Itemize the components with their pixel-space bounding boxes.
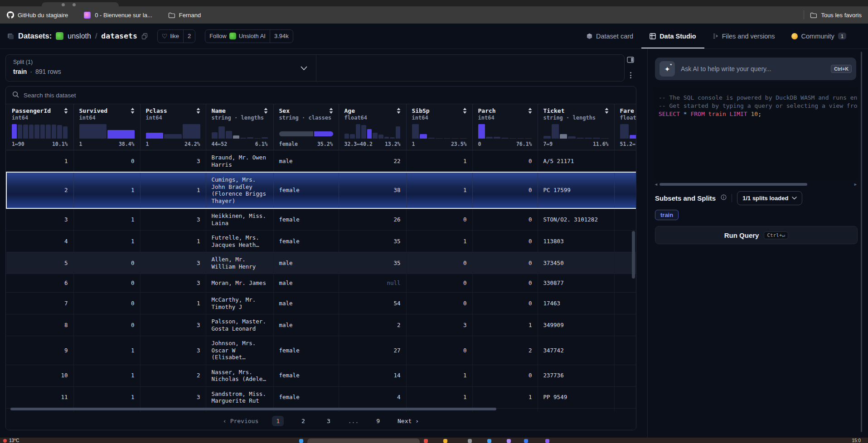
like-button[interactable]: ♡like 2 (157, 29, 195, 43)
histogram-bar[interactable] (356, 124, 361, 139)
histogram-bar[interactable] (63, 126, 68, 139)
column-header-passengerid[interactable]: PassengerIdint641↔9010.1% (6, 104, 73, 150)
sort-icon[interactable] (196, 108, 200, 114)
taskbar-app-icon[interactable] (507, 439, 511, 443)
histogram-bar[interactable] (543, 136, 551, 139)
histogram-bar[interactable] (183, 124, 200, 139)
histogram-bar[interactable] (412, 124, 419, 139)
next-page-button[interactable]: Next› (398, 418, 419, 424)
histogram-bar[interactable] (593, 138, 600, 139)
table-row[interactable]: 913Johnson, Mrs. Oscar W (Elisabet…femal… (6, 336, 636, 365)
tab-community[interactable]: Community1 (783, 24, 854, 48)
like-count[interactable]: 2 (183, 30, 195, 43)
histogram-bar[interactable] (12, 124, 17, 139)
histogram-bar[interactable] (29, 125, 34, 139)
histogram-bar[interactable] (262, 137, 268, 139)
histogram-bar[interactable] (18, 125, 23, 139)
page-button-3[interactable]: 3 (323, 416, 335, 426)
histogram-bar[interactable] (367, 129, 372, 139)
histogram-bar[interactable] (79, 124, 107, 139)
all-favorites-button[interactable]: Tous les favoris (810, 11, 862, 19)
page-button-1[interactable]: 1 (272, 416, 284, 426)
histogram-bar[interactable] (233, 135, 239, 139)
histogram-bar[interactable] (620, 124, 629, 139)
histogram-bar[interactable] (517, 138, 524, 139)
histogram-bar[interactable] (436, 138, 443, 139)
table-row[interactable]: 701McCarthy, Mr. Timothy Jmale540017463 (6, 293, 636, 314)
more-options-icon[interactable] (629, 71, 632, 79)
column-header-ticket[interactable]: Ticketstring · lengths7↔911.6% (538, 104, 614, 150)
table-row[interactable]: 603Moran, Mr. Jamesmalenull00330877 (6, 274, 636, 293)
sort-icon[interactable] (329, 108, 333, 114)
histogram-bar[interactable] (560, 134, 567, 139)
histogram-bar[interactable] (552, 124, 559, 139)
taskbar-app-icon[interactable] (424, 439, 428, 443)
scroll-left-icon[interactable]: ◄ (654, 183, 659, 187)
column-header-age[interactable]: Agefloat6432.3↔40.213.2% (339, 104, 406, 150)
histogram-bar[interactable] (212, 132, 218, 139)
histogram-bar[interactable] (52, 125, 57, 139)
sort-icon[interactable] (264, 108, 268, 114)
table-row[interactable]: 313Heikkinen, Miss. Lainafemale2600STON/… (6, 208, 636, 231)
browser-tab[interactable] (42, 2, 119, 6)
histogram-bar[interactable] (585, 138, 592, 139)
histogram-bar[interactable] (420, 134, 427, 139)
histogram-bar[interactable] (57, 125, 62, 139)
horizontal-scrollbar[interactable] (9, 408, 631, 411)
column-header-sex[interactable]: Sexstring · classesfemale35.2% (273, 104, 339, 150)
sort-icon[interactable] (397, 108, 401, 114)
sort-icon[interactable] (605, 108, 609, 114)
histogram-bar[interactable] (107, 130, 135, 139)
org-avatar[interactable] (56, 32, 63, 40)
histogram-bar[interactable] (373, 133, 378, 139)
weather-widget[interactable]: 13°C (3, 438, 19, 443)
histogram-bar[interactable] (390, 137, 395, 139)
histogram-bar[interactable] (451, 138, 459, 139)
page-button-9[interactable]: 9 (372, 416, 384, 426)
sort-icon[interactable] (131, 108, 135, 114)
histogram-bar[interactable] (396, 126, 401, 139)
follower-count[interactable]: 3.94k (270, 30, 293, 43)
dataset-search[interactable]: Search this dataset (6, 87, 636, 104)
column-header-name[interactable]: Namestring · lengths44↔526.1% (206, 104, 273, 150)
table-row[interactable]: 803Palsson, Master. Gosta Leonardmale231… (6, 314, 636, 336)
sort-icon[interactable] (64, 108, 68, 114)
sort-icon[interactable] (528, 108, 532, 114)
sort-icon[interactable] (463, 108, 467, 114)
histogram-bar[interactable] (254, 138, 261, 139)
taskbar-app-icon[interactable] (524, 439, 528, 443)
histogram-bar[interactable] (525, 138, 532, 139)
histogram-bar[interactable] (568, 136, 575, 139)
histogram-bar[interactable] (344, 134, 349, 139)
previous-page-button[interactable]: ‹Previous (223, 418, 258, 424)
histogram-bar[interactable] (384, 137, 389, 139)
train-split-chip[interactable]: train (655, 210, 679, 220)
histogram-bar[interactable] (601, 138, 608, 139)
table-row[interactable]: 411Futrelle, Mrs. Jacques Heath…female35… (6, 231, 636, 252)
copy-icon[interactable] (141, 33, 148, 39)
histogram-bar[interactable] (378, 135, 383, 139)
toggle-panel-icon[interactable] (627, 56, 634, 65)
column-header-survived[interactable]: Survivedint64138.4% (73, 104, 140, 150)
histogram-bar[interactable] (361, 125, 366, 139)
taskbar-app-icon[interactable] (443, 439, 447, 443)
repo-name-link[interactable]: datasets (101, 32, 137, 40)
histogram-bar[interactable] (478, 124, 485, 139)
vertical-scrollbar[interactable] (632, 169, 635, 411)
histogram-bar[interactable] (247, 137, 253, 139)
histogram-bar[interactable] (577, 138, 584, 139)
sql-editor[interactable]: -- The SQL console is powered by DuckDB … (654, 88, 858, 179)
histogram-bar[interactable] (350, 134, 355, 139)
column-header-sibsp[interactable]: SibSpint64123.5% (406, 104, 472, 150)
histogram-bar[interactable] (240, 138, 247, 139)
column-header-parch[interactable]: Parchint64076.1% (472, 104, 538, 150)
taskbar-app-icon[interactable] (468, 439, 472, 443)
follow-button[interactable]: Follow Unsloth AI 3.94k (205, 29, 293, 43)
taskbar-app-icon[interactable] (487, 439, 491, 443)
table-row[interactable]: 103Braund, Mr. Owen Harrismale2210A/5 21… (6, 150, 636, 173)
taskbar-app-icon[interactable] (545, 439, 549, 443)
histogram-bar[interactable] (501, 138, 508, 139)
histogram-bar[interactable] (46, 125, 51, 139)
histogram-bar[interactable] (40, 125, 45, 139)
split-selector[interactable]: Split (1) train · 891 rows (5, 54, 625, 82)
